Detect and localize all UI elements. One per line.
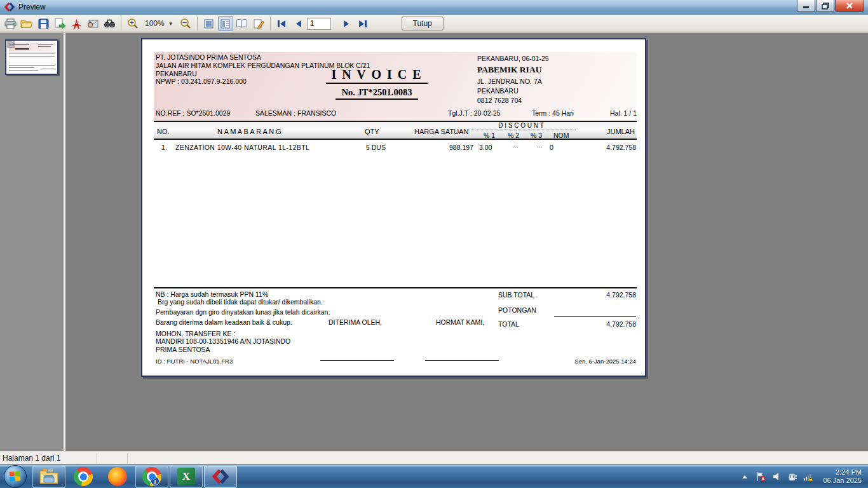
find-button[interactable]	[102, 16, 117, 31]
nav-next-page-button[interactable]	[339, 16, 354, 31]
export-button[interactable]	[52, 16, 67, 31]
clock-time: 2:24 PM	[823, 468, 862, 477]
first-page-icon	[277, 20, 287, 28]
taskbar-item-explorer[interactable]	[32, 466, 65, 488]
edit-page-icon	[253, 18, 264, 29]
taskbar-item-excel[interactable]: X	[170, 466, 203, 488]
footer-divider	[154, 287, 637, 288]
total-label: TOTAL	[498, 320, 519, 328]
view-continuous-button[interactable]	[218, 16, 233, 31]
invoice-page: PT. JOTASINDO PRIMA SENTOSA JALAN AIR HI…	[141, 38, 646, 377]
restore-button[interactable]	[816, 0, 834, 12]
last-page-icon	[358, 20, 367, 28]
view-facing-icon	[236, 18, 248, 29]
print-icon	[4, 18, 17, 29]
nav-prev-page-button[interactable]	[291, 16, 306, 31]
salesman: SALESMAN : FRANSISCO	[255, 109, 336, 117]
close-preview-button[interactable]: Tutup	[402, 17, 444, 30]
volume-icon[interactable]	[771, 471, 782, 482]
power-icon[interactable]	[787, 471, 797, 482]
taskbar: j X	[0, 464, 868, 488]
start-button[interactable]	[4, 465, 27, 488]
received-by-label: DITERIMA OLEH,	[329, 318, 382, 326]
item-discount-nom: 0	[550, 144, 553, 151]
page-number-input[interactable]	[307, 18, 331, 30]
potongan-label: POTONGAN	[498, 306, 536, 314]
windows-logo-icon	[10, 471, 22, 482]
table-header: NO. N A M A B A R A N G QTY HARGA SATUAN…	[154, 121, 637, 140]
ref-number: NO.REF : SO*2501.0029	[156, 109, 230, 117]
col-qty: QTY	[365, 128, 379, 135]
toolbar-separator	[197, 17, 198, 30]
clock-date: 06 Jan 2025	[823, 477, 862, 485]
zoom-out-button[interactable]	[178, 16, 193, 31]
taskbar-item-chrome[interactable]	[67, 466, 100, 488]
taskbar-item-chrome-profile[interactable]: j	[135, 466, 168, 488]
seller-name: PT. JOTASINDO PRIMA SENTOSA	[156, 53, 370, 62]
item-price: 988.197	[409, 144, 473, 151]
transfer-line: MOHON, TRANSFER KE :	[156, 330, 235, 337]
pdf-button[interactable]	[69, 16, 84, 31]
status-bar: Halaman 1 dari 1	[0, 451, 868, 464]
regards-label: HORMAT KAMI,	[436, 318, 484, 326]
nav-last-page-button[interactable]	[355, 16, 370, 31]
nav-first-page-button[interactable]	[275, 16, 290, 31]
item-discount-3: ...	[537, 141, 543, 149]
taskbar-clock[interactable]: 2:24 PM 06 Jan 2025	[819, 468, 862, 485]
item-discount-1: 3.00	[479, 144, 492, 151]
note-line: NB : Harga sudah termasuk PPN 11%	[156, 290, 268, 298]
col-harga-satuan: HARGA SATUAN	[414, 128, 468, 135]
print-button[interactable]	[3, 16, 18, 31]
chrome-icon	[74, 467, 93, 486]
window-title: Preview	[18, 3, 46, 11]
chevron-up-icon	[742, 475, 748, 479]
power-plug-icon	[788, 472, 797, 482]
status-divider	[97, 453, 97, 464]
edit-page-button[interactable]	[251, 16, 266, 31]
item-total: 4.792.758	[560, 144, 636, 151]
item-qty: 5 DUS	[366, 144, 386, 151]
item-no: 1.	[161, 144, 167, 151]
signature-line	[425, 360, 499, 361]
minimize-button[interactable]	[797, 0, 815, 12]
network-icon[interactable]	[803, 471, 813, 482]
transfer-line: PRIMA SENTOSA	[156, 346, 210, 353]
panel-splitter[interactable]	[64, 33, 65, 451]
close-icon	[846, 3, 853, 10]
email-button[interactable]	[85, 16, 100, 31]
chevron-down-icon: ▼	[168, 21, 173, 27]
minimize-icon	[803, 3, 810, 9]
col-no: NO.	[157, 128, 170, 135]
discount-divider	[468, 130, 576, 130]
invoice-title: I N V O I C E	[272, 67, 482, 84]
title-bar: Preview	[0, 0, 868, 15]
find-icon	[104, 19, 116, 29]
col-discount: D I S C O U N T	[470, 122, 572, 129]
action-center-icon[interactable]	[756, 471, 766, 482]
taskbar-item-preview-app[interactable]	[204, 466, 237, 488]
zoom-in-button[interactable]	[125, 16, 140, 31]
open-folder-icon	[20, 18, 33, 29]
transfer-line: MANDIRI 108-00-13351946 A/N JOTASINDO	[156, 337, 290, 345]
col-discount-3: % 3	[531, 132, 542, 139]
flag-alert-icon	[756, 471, 766, 482]
app-logo-icon	[4, 2, 15, 12]
excel-icon: X	[177, 468, 195, 485]
page-thumbnail[interactable]: 1	[5, 39, 58, 75]
zoom-level-select[interactable]: 100% ▼	[141, 18, 177, 29]
view-facing-button[interactable]	[234, 16, 250, 31]
save-button[interactable]	[36, 16, 51, 31]
chrome-profile-icon: j	[142, 467, 161, 486]
note-line: Barang diterima dalam keadaan baik & cuk…	[156, 318, 292, 326]
taskbar-item-firefox[interactable]	[101, 466, 134, 488]
open-button[interactable]	[19, 16, 34, 31]
explorer-icon	[39, 468, 59, 485]
close-button[interactable]	[835, 0, 864, 12]
col-jumlah: JUMLAH	[573, 128, 635, 135]
zoom-out-icon	[180, 18, 191, 29]
next-page-icon	[342, 20, 350, 28]
subtotal-value: 4.792.758	[560, 291, 636, 299]
show-hidden-icons-button[interactable]	[740, 471, 750, 482]
view-single-page-button[interactable]	[201, 16, 217, 31]
buyer-name: PABEMIK RIAU	[477, 65, 541, 75]
